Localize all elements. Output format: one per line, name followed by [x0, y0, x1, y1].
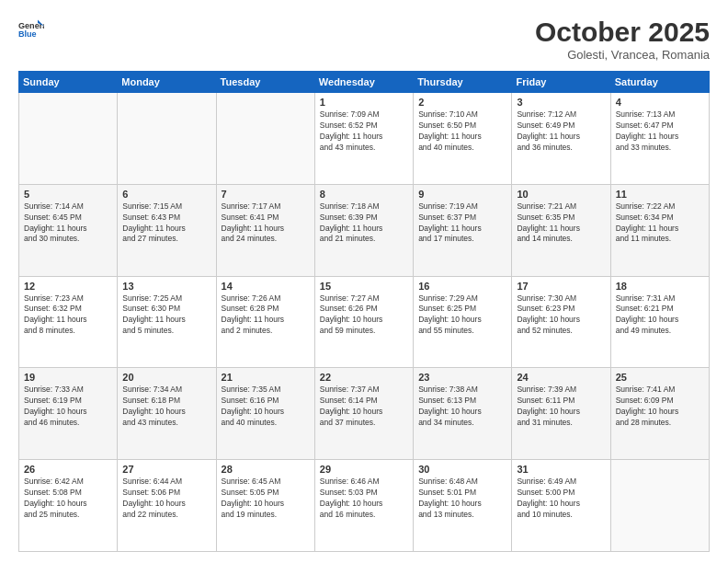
th-friday: Friday — [512, 72, 610, 93]
day-info: Sunrise: 7:33 AM Sunset: 6:19 PM Dayligh… — [24, 385, 112, 429]
day-info: Sunrise: 7:31 AM Sunset: 6:21 PM Dayligh… — [616, 293, 704, 338]
day-info: Sunrise: 7:13 AM Sunset: 6:47 PM Dayligh… — [616, 109, 704, 154]
day-info: Sunrise: 7:10 AM Sunset: 6:50 PM Dayligh… — [418, 109, 506, 154]
day-info: Sunrise: 7:09 AM Sunset: 6:52 PM Dayligh… — [320, 109, 408, 154]
day-number: 16 — [418, 281, 506, 292]
day-number: 9 — [418, 189, 506, 200]
table-row: 12Sunrise: 7:23 AM Sunset: 6:32 PM Dayli… — [19, 276, 118, 368]
th-monday: Monday — [118, 72, 216, 93]
th-tuesday: Tuesday — [216, 72, 314, 93]
day-number: 4 — [616, 97, 704, 108]
day-info: Sunrise: 7:12 AM Sunset: 6:49 PM Dayligh… — [517, 109, 605, 154]
page: General Blue October 2025 Golesti, Vranc… — [0, 0, 728, 563]
day-number: 18 — [616, 281, 704, 292]
day-number: 27 — [122, 464, 210, 475]
table-row: 22Sunrise: 7:37 AM Sunset: 6:14 PM Dayli… — [314, 368, 413, 460]
calendar-week-row: 1Sunrise: 7:09 AM Sunset: 6:52 PM Daylig… — [19, 93, 710, 185]
table-row: 31Sunrise: 6:49 AM Sunset: 5:00 PM Dayli… — [512, 460, 610, 552]
svg-text:Blue: Blue — [18, 29, 37, 39]
th-saturday: Saturday — [610, 72, 709, 93]
day-number: 13 — [122, 281, 210, 292]
table-row — [118, 93, 216, 185]
table-row: 25Sunrise: 7:41 AM Sunset: 6:09 PM Dayli… — [610, 368, 709, 460]
day-number: 7 — [222, 189, 310, 200]
day-info: Sunrise: 7:34 AM Sunset: 6:18 PM Dayligh… — [122, 385, 210, 429]
day-number: 1 — [320, 97, 408, 108]
subtitle: Golesti, Vrancea, Romania — [535, 48, 710, 62]
day-info: Sunrise: 7:25 AM Sunset: 6:30 PM Dayligh… — [122, 293, 210, 338]
day-info: Sunrise: 7:27 AM Sunset: 6:26 PM Dayligh… — [320, 293, 408, 338]
day-info: Sunrise: 7:30 AM Sunset: 6:23 PM Dayligh… — [517, 293, 605, 338]
table-row: 10Sunrise: 7:21 AM Sunset: 6:35 PM Dayli… — [512, 184, 610, 276]
weekday-header-row: Sunday Monday Tuesday Wednesday Thursday… — [19, 72, 710, 93]
day-number: 15 — [320, 281, 408, 292]
day-info: Sunrise: 7:23 AM Sunset: 6:32 PM Dayligh… — [24, 293, 112, 338]
header: General Blue October 2025 Golesti, Vranc… — [18, 17, 710, 62]
table-row: 6Sunrise: 7:15 AM Sunset: 6:43 PM Daylig… — [118, 184, 216, 276]
day-number: 2 — [418, 97, 506, 108]
table-row: 21Sunrise: 7:35 AM Sunset: 6:16 PM Dayli… — [216, 368, 314, 460]
day-number: 24 — [517, 372, 605, 383]
day-number: 17 — [517, 281, 605, 292]
table-row: 3Sunrise: 7:12 AM Sunset: 6:49 PM Daylig… — [512, 93, 610, 185]
table-row: 30Sunrise: 6:48 AM Sunset: 5:01 PM Dayli… — [414, 460, 512, 552]
day-number: 3 — [517, 97, 605, 108]
day-info: Sunrise: 6:44 AM Sunset: 5:06 PM Dayligh… — [122, 477, 210, 521]
table-row: 26Sunrise: 6:42 AM Sunset: 5:08 PM Dayli… — [19, 460, 118, 552]
day-number: 12 — [24, 281, 112, 292]
calendar-week-row: 19Sunrise: 7:33 AM Sunset: 6:19 PM Dayli… — [19, 368, 710, 460]
table-row: 1Sunrise: 7:09 AM Sunset: 6:52 PM Daylig… — [314, 93, 413, 185]
day-number: 19 — [24, 372, 112, 383]
table-row: 29Sunrise: 6:46 AM Sunset: 5:03 PM Dayli… — [314, 460, 413, 552]
table-row: 18Sunrise: 7:31 AM Sunset: 6:21 PM Dayli… — [610, 276, 709, 368]
table-row: 14Sunrise: 7:26 AM Sunset: 6:28 PM Dayli… — [216, 276, 314, 368]
day-info: Sunrise: 7:22 AM Sunset: 6:34 PM Dayligh… — [616, 201, 704, 246]
table-row — [216, 93, 314, 185]
day-number: 14 — [222, 281, 310, 292]
day-info: Sunrise: 7:37 AM Sunset: 6:14 PM Dayligh… — [320, 385, 408, 429]
day-number: 23 — [418, 372, 506, 383]
day-info: Sunrise: 7:38 AM Sunset: 6:13 PM Dayligh… — [418, 385, 506, 429]
table-row: 24Sunrise: 7:39 AM Sunset: 6:11 PM Dayli… — [512, 368, 610, 460]
day-info: Sunrise: 7:18 AM Sunset: 6:39 PM Dayligh… — [320, 201, 408, 246]
th-wednesday: Wednesday — [314, 72, 413, 93]
table-row: 19Sunrise: 7:33 AM Sunset: 6:19 PM Dayli… — [19, 368, 118, 460]
day-info: Sunrise: 6:49 AM Sunset: 5:00 PM Dayligh… — [517, 477, 605, 521]
day-info: Sunrise: 7:29 AM Sunset: 6:25 PM Dayligh… — [418, 293, 506, 338]
logo-icon: General Blue — [18, 17, 44, 42]
day-info: Sunrise: 7:19 AM Sunset: 6:37 PM Dayligh… — [418, 201, 506, 246]
day-number: 26 — [24, 464, 112, 475]
table-row: 13Sunrise: 7:25 AM Sunset: 6:30 PM Dayli… — [118, 276, 216, 368]
day-info: Sunrise: 7:15 AM Sunset: 6:43 PM Dayligh… — [122, 201, 210, 246]
calendar-table: Sunday Monday Tuesday Wednesday Thursday… — [18, 71, 710, 552]
day-info: Sunrise: 6:46 AM Sunset: 5:03 PM Dayligh… — [320, 477, 408, 521]
day-info: Sunrise: 7:14 AM Sunset: 6:45 PM Dayligh… — [24, 201, 112, 246]
day-info: Sunrise: 6:48 AM Sunset: 5:01 PM Dayligh… — [418, 477, 506, 521]
day-number: 22 — [320, 372, 408, 383]
day-number: 21 — [222, 372, 310, 383]
day-number: 25 — [616, 372, 704, 383]
table-row: 2Sunrise: 7:10 AM Sunset: 6:50 PM Daylig… — [414, 93, 512, 185]
day-number: 6 — [122, 189, 210, 200]
day-info: Sunrise: 7:26 AM Sunset: 6:28 PM Dayligh… — [222, 293, 310, 338]
table-row: 8Sunrise: 7:18 AM Sunset: 6:39 PM Daylig… — [314, 184, 413, 276]
day-number: 29 — [320, 464, 408, 475]
table-row: 7Sunrise: 7:17 AM Sunset: 6:41 PM Daylig… — [216, 184, 314, 276]
day-info: Sunrise: 7:35 AM Sunset: 6:16 PM Dayligh… — [222, 385, 310, 429]
logo: General Blue — [18, 17, 48, 42]
svg-text:General: General — [18, 21, 44, 30]
table-row: 27Sunrise: 6:44 AM Sunset: 5:06 PM Dayli… — [118, 460, 216, 552]
day-info: Sunrise: 7:39 AM Sunset: 6:11 PM Dayligh… — [517, 385, 605, 429]
table-row — [610, 460, 709, 552]
day-info: Sunrise: 6:42 AM Sunset: 5:08 PM Dayligh… — [24, 477, 112, 521]
day-number: 10 — [517, 189, 605, 200]
table-row: 15Sunrise: 7:27 AM Sunset: 6:26 PM Dayli… — [314, 276, 413, 368]
day-info: Sunrise: 6:45 AM Sunset: 5:05 PM Dayligh… — [222, 477, 310, 521]
table-row: 28Sunrise: 6:45 AM Sunset: 5:05 PM Dayli… — [216, 460, 314, 552]
day-number: 31 — [517, 464, 605, 475]
day-number: 8 — [320, 189, 408, 200]
table-row: 9Sunrise: 7:19 AM Sunset: 6:37 PM Daylig… — [414, 184, 512, 276]
day-number: 20 — [122, 372, 210, 383]
day-number: 5 — [24, 189, 112, 200]
day-number: 28 — [222, 464, 310, 475]
